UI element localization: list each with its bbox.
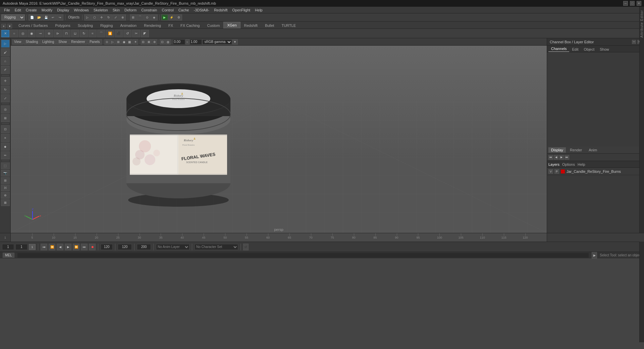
- open-scene-btn[interactable]: 📂: [36, 14, 42, 20]
- shelf-tab-custom[interactable]: Custom: [204, 22, 224, 29]
- undo-btn[interactable]: ↩: [50, 14, 56, 20]
- display-tab[interactable]: Display: [548, 147, 566, 153]
- view-cube-btn[interactable]: ⬚: [1, 162, 10, 169]
- shelf-tab-sculpting[interactable]: Sculpting: [74, 22, 97, 29]
- frame-current-input[interactable]: [15, 244, 28, 250]
- edit-tab[interactable]: Edit: [569, 47, 581, 52]
- snap-point-btn[interactable]: ⊙: [144, 14, 151, 20]
- show-tab[interactable]: Show: [597, 47, 612, 52]
- shelf-icon-attach[interactable]: ⊓: [62, 30, 70, 37]
- layers-back-btn[interactable]: ◀: [554, 155, 558, 160]
- timeline-track[interactable]: 5101520253035404550556065707580859095100…: [11, 233, 547, 242]
- menu-help[interactable]: Help: [253, 7, 265, 13]
- redo-btn[interactable]: ↪: [57, 14, 63, 20]
- scene-canvas[interactable]: Rishory Floral Botanics FLORAL WAVES SCE…: [11, 46, 547, 233]
- shelf-icon-smooth[interactable]: ≈: [89, 30, 97, 37]
- lighting-menu-btn[interactable]: Lighting: [40, 39, 56, 45]
- vp-lighting-btn[interactable]: ☀: [133, 39, 138, 45]
- vp-isolate-btn[interactable]: ◍: [165, 39, 171, 45]
- menu-skin[interactable]: Skin: [111, 7, 122, 13]
- vp-exposure-input[interactable]: [173, 39, 185, 45]
- view-menu-btn[interactable]: View: [12, 39, 23, 45]
- help-tab[interactable]: Help: [578, 162, 585, 166]
- display-layer-btn[interactable]: ≡: [1, 134, 10, 142]
- quick-layout-btn[interactable]: ⊡: [1, 125, 10, 133]
- step-forward-btn[interactable]: ⏩: [73, 244, 79, 250]
- shelf-icon-trim[interactable]: ✂: [132, 30, 140, 37]
- shelf-icon-detach[interactable]: ⊔: [71, 30, 79, 37]
- panels-menu-btn[interactable]: Panels: [88, 39, 102, 45]
- shelf-settings-btn[interactable]: ▼: [7, 24, 12, 29]
- shelf-tab-rendering[interactable]: Rendering: [140, 22, 165, 29]
- shelf-tab-fx[interactable]: FX: [165, 22, 177, 29]
- panel-collapse-btn[interactable]: ─: [632, 40, 636, 44]
- record-btn[interactable]: ⏺: [89, 244, 96, 250]
- layers-next-btn[interactable]: ⏭: [565, 155, 569, 160]
- vp-hud-btn[interactable]: ⊛: [152, 39, 157, 45]
- range-max-input[interactable]: [137, 244, 151, 250]
- layer-visibility-btn[interactable]: V: [548, 169, 553, 174]
- show-manipulator-btn[interactable]: ⊞: [1, 114, 10, 122]
- shelf-icon-nurbs-circle[interactable]: ◉: [28, 30, 36, 37]
- ipr-btn[interactable]: ⚡: [168, 14, 175, 20]
- select-btn[interactable]: ▷: [84, 14, 91, 20]
- close-btn[interactable]: ✕: [637, 1, 641, 6]
- shelf-icon-cv-curve[interactable]: ○: [10, 30, 18, 37]
- render-frame-btn[interactable]: ▶: [161, 14, 168, 20]
- move-tool-btn[interactable]: ✛: [1, 77, 10, 85]
- paint-effects-btn[interactable]: ✏: [1, 151, 10, 159]
- vp-colorspace-info-btn[interactable]: ▼: [232, 39, 238, 45]
- menu-openflight[interactable]: OpenFlight: [230, 7, 252, 13]
- new-scene-btn[interactable]: 📄: [29, 14, 35, 20]
- shelf-tab-curves-surfaces[interactable]: Curves / Surfaces: [15, 22, 51, 29]
- play-back-btn[interactable]: ◀: [57, 244, 63, 250]
- rotate-tool-btn[interactable]: ↻: [1, 86, 10, 94]
- shelf-icon-fillet[interactable]: ⌒: [97, 30, 105, 37]
- component-editor-btn[interactable]: ⊠: [1, 199, 10, 206]
- shelf-tab-polygons[interactable]: Polygons: [51, 22, 74, 29]
- menu-file[interactable]: File: [2, 7, 12, 13]
- play-forward-btn[interactable]: ▶: [65, 244, 71, 250]
- anim-tab[interactable]: Anim: [586, 147, 600, 153]
- character-set-dropdown[interactable]: No Character Set: [195, 244, 238, 250]
- vp-textured-btn[interactable]: ▦: [127, 39, 132, 45]
- vp-camera-btn[interactable]: ⊙: [104, 39, 110, 45]
- shelf-icon-ep-curve[interactable]: ◎: [19, 30, 27, 37]
- shelf-icon-loft[interactable]: ⬛: [115, 30, 123, 37]
- menu-modify[interactable]: Modify: [40, 7, 54, 13]
- mode-dropdown[interactable]: Rigging: [1, 14, 25, 20]
- scale-tool-btn[interactable]: ⤢: [1, 94, 10, 102]
- shelf-icon-select[interactable]: ✕: [1, 30, 9, 37]
- object-tab[interactable]: Object: [581, 47, 597, 52]
- options-tab[interactable]: Options: [562, 162, 575, 166]
- save-scene-btn[interactable]: 💾: [43, 14, 49, 20]
- lasso-select-btn[interactable]: ⌂: [1, 57, 10, 65]
- shelf-tab-fx-caching[interactable]: FX Caching: [177, 22, 203, 29]
- frame-start-input[interactable]: [2, 244, 14, 250]
- layer-name[interactable]: Jar_Candle_ReStory_Fire_Burns: [567, 169, 621, 173]
- shelf-icon-rebuild[interactable]: ↻: [80, 30, 88, 37]
- menu-constrain[interactable]: Constrain: [139, 7, 159, 13]
- timeline-ruler[interactable]: 5101520253035404550556065707580859095100…: [11, 233, 547, 242]
- shelf-tab-rigging[interactable]: Rigging: [97, 22, 116, 29]
- layer-color-swatch[interactable]: [560, 169, 565, 174]
- paint-select-btn[interactable]: 🖌: [1, 48, 10, 56]
- maximize-btn[interactable]: □: [630, 1, 635, 6]
- select-tool-btn[interactable]: ▷: [1, 40, 10, 48]
- render-settings-btn[interactable]: ⚙: [175, 14, 182, 20]
- snap-grid-btn[interactable]: ⊞: [130, 14, 137, 20]
- menu-create[interactable]: Create: [24, 7, 39, 13]
- shelf-icon-extrude[interactable]: ⏫: [106, 30, 114, 37]
- rotate-btn[interactable]: ↻: [105, 14, 112, 20]
- menu-control[interactable]: Control: [160, 7, 175, 13]
- minimize-btn[interactable]: ─: [623, 1, 628, 6]
- vp-gamma-input[interactable]: [190, 39, 202, 45]
- shelf-tab-redshift[interactable]: Redshift: [240, 22, 261, 29]
- snap-surface-btn[interactable]: ◈: [151, 14, 158, 20]
- show-menu-btn[interactable]: Show: [56, 39, 69, 45]
- render-proxy-btn[interactable]: ◆: [1, 143, 10, 151]
- layer-pickable-btn[interactable]: P: [554, 169, 559, 174]
- menu-edit[interactable]: Edit: [13, 7, 23, 13]
- menu-redshift[interactable]: Redshift: [212, 7, 229, 13]
- shelf-icon-insert-knot[interactable]: ⊕: [45, 30, 53, 37]
